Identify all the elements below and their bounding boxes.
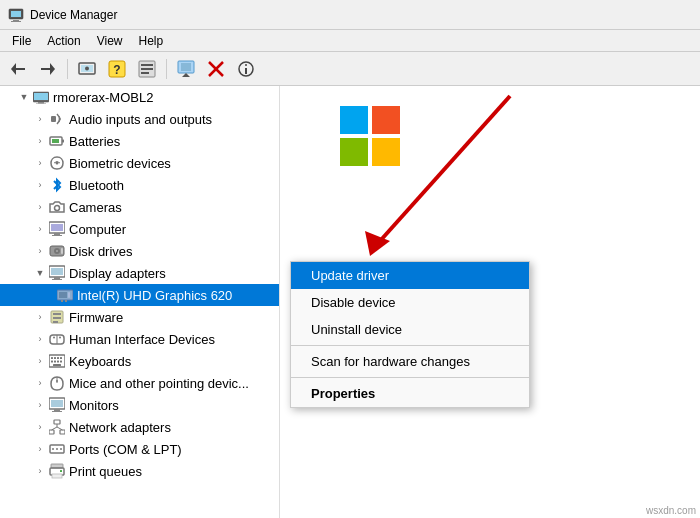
tree-panel[interactable]: ▼ rmorerax-MOBL2 ›: [0, 86, 280, 518]
uninstall-button[interactable]: [202, 55, 230, 83]
keyboard-icon: [48, 352, 66, 370]
tree-print[interactable]: › Print queues: [0, 460, 279, 482]
svg-line-94: [380, 96, 510, 241]
svg-rect-54: [53, 317, 61, 319]
tree-bluetooth[interactable]: › Bluetooth: [0, 174, 279, 196]
red-arrow: [320, 86, 550, 276]
cameras-label: Cameras: [69, 200, 275, 215]
expand-hid[interactable]: ›: [32, 334, 48, 344]
display-icon: [48, 264, 66, 282]
tree-display[interactable]: ▼ Display adapters: [0, 262, 279, 284]
ports-icon: [48, 440, 66, 458]
svg-point-33: [56, 162, 59, 165]
tree-audio[interactable]: › Audio inputs and outputs: [0, 108, 279, 130]
hid-label: Human Interface Devices: [69, 332, 275, 347]
svg-rect-78: [60, 430, 65, 434]
context-update-driver[interactable]: Update driver: [291, 262, 529, 289]
svg-rect-37: [54, 233, 60, 235]
svg-marker-19: [182, 73, 190, 77]
svg-rect-14: [141, 64, 153, 66]
expand-print[interactable]: ›: [32, 466, 48, 476]
menu-action[interactable]: Action: [39, 32, 88, 50]
toolbar-sep-2: [166, 59, 167, 79]
expand-display[interactable]: ▼: [32, 268, 48, 278]
tree-ports[interactable]: › Ports (COM & LPT): [0, 438, 279, 460]
svg-rect-38: [52, 235, 62, 236]
tree-gpu[interactable]: Intel(R) UHD Graphics 620: [0, 284, 279, 306]
menu-view[interactable]: View: [89, 32, 131, 50]
tree-network[interactable]: › Network adapters: [0, 416, 279, 438]
tree-cameras[interactable]: › Cameras: [0, 196, 279, 218]
svg-point-58: [53, 337, 55, 339]
svg-rect-74: [54, 409, 60, 411]
context-scan-hardware[interactable]: Scan for hardware changes: [291, 348, 529, 375]
context-sep-2: [291, 377, 529, 378]
tree-firmware[interactable]: › Firmware: [0, 306, 279, 328]
title-bar: Device Manager: [0, 0, 700, 30]
expand-bluetooth[interactable]: ›: [32, 180, 48, 190]
context-disable-device[interactable]: Disable device: [291, 289, 529, 316]
main-area: ▼ rmorerax-MOBL2 ›: [0, 86, 700, 518]
expand-root[interactable]: ▼: [16, 92, 32, 102]
expand-cameras[interactable]: ›: [32, 202, 48, 212]
monitor-icon: [48, 396, 66, 414]
tree-biometric[interactable]: › Biometric devices: [0, 152, 279, 174]
svg-rect-61: [51, 357, 53, 359]
tree-hid[interactable]: › Human Interface Devices: [0, 328, 279, 350]
disk-label: Disk drives: [69, 244, 275, 259]
expand-ports[interactable]: ›: [32, 444, 48, 454]
context-properties[interactable]: Properties: [291, 380, 529, 407]
bluetooth-icon: [48, 176, 66, 194]
expand-disk[interactable]: ›: [32, 246, 48, 256]
help-button[interactable]: ?: [103, 55, 131, 83]
svg-rect-27: [38, 102, 44, 104]
svg-rect-31: [52, 139, 59, 143]
disk-icon: [48, 242, 66, 260]
tree-computer[interactable]: › Computer: [0, 218, 279, 240]
batteries-label: Batteries: [69, 134, 275, 149]
back-button[interactable]: [4, 55, 32, 83]
expand-mice[interactable]: ›: [32, 378, 48, 388]
root-icon: [32, 88, 50, 106]
expand-keyboard[interactable]: ›: [32, 356, 48, 366]
tree-monitors[interactable]: › Monitors: [0, 394, 279, 416]
svg-rect-67: [57, 361, 59, 363]
svg-rect-15: [141, 68, 153, 70]
display-label: Display adapters: [69, 266, 275, 281]
tree-mice[interactable]: › Mice and other pointing devic...: [0, 372, 279, 394]
tree-batteries[interactable]: › Batteries: [0, 130, 279, 152]
svg-rect-26: [34, 93, 48, 100]
expand-biometric[interactable]: ›: [32, 158, 48, 168]
svg-line-81: [57, 427, 63, 430]
svg-rect-7: [41, 68, 51, 70]
expand-audio[interactable]: ›: [32, 114, 48, 124]
context-uninstall-device[interactable]: Uninstall device: [291, 316, 529, 343]
forward-button[interactable]: [34, 55, 62, 83]
menu-file[interactable]: File: [4, 32, 39, 50]
menu-help[interactable]: Help: [131, 32, 172, 50]
svg-point-23: [245, 64, 247, 66]
update-driver-button[interactable]: [172, 55, 200, 83]
svg-rect-32: [62, 140, 64, 143]
show-hidden-button[interactable]: [73, 55, 101, 83]
audio-label: Audio inputs and outputs: [69, 112, 275, 127]
window-title: Device Manager: [30, 8, 117, 22]
properties-button[interactable]: [232, 55, 260, 83]
battery-icon: [48, 132, 66, 150]
tree-keyboard[interactable]: › Keyboards: [0, 350, 279, 372]
expand-computer[interactable]: ›: [32, 224, 48, 234]
tree-disk[interactable]: › Disk drives: [0, 240, 279, 262]
context-menu: Update driver Disable device Uninstall d…: [290, 261, 530, 408]
tree-root[interactable]: ▼ rmorerax-MOBL2: [0, 86, 279, 108]
svg-rect-42: [61, 248, 63, 254]
firmware-label: Firmware: [69, 310, 275, 325]
expand-monitors[interactable]: ›: [32, 400, 48, 410]
scan-button[interactable]: [133, 55, 161, 83]
expand-batteries[interactable]: ›: [32, 136, 48, 146]
keyboard-label: Keyboards: [69, 354, 275, 369]
svg-rect-75: [52, 411, 62, 412]
mice-label: Mice and other pointing devic...: [69, 376, 275, 391]
svg-point-59: [59, 337, 61, 339]
expand-firmware[interactable]: ›: [32, 312, 48, 322]
expand-network[interactable]: ›: [32, 422, 48, 432]
